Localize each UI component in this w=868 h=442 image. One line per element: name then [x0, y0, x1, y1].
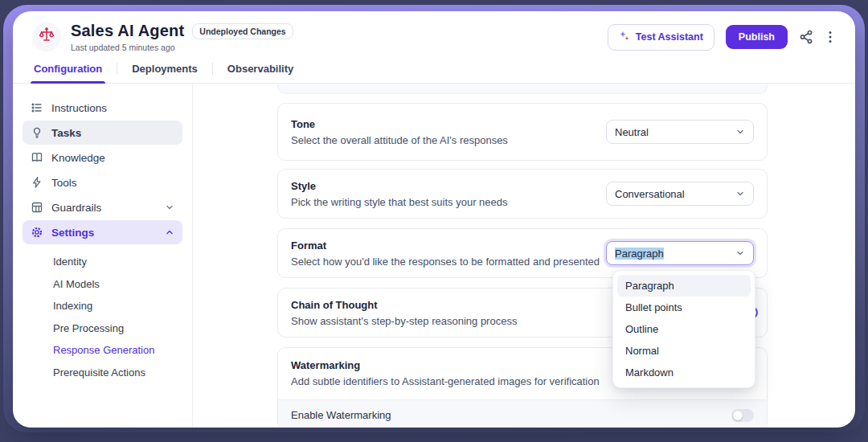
undeployed-changes-badge: Undeployed Changes [192, 23, 293, 39]
sidebar-item-instructions[interactable]: Instructions [23, 96, 182, 120]
sidebar: Instructions Tasks Kno [13, 84, 193, 428]
tab-deployments[interactable]: Deployments [130, 63, 199, 83]
settings-panel: Tone Select the overall attitude of the … [193, 84, 855, 428]
tab-observability[interactable]: Observability [226, 63, 295, 83]
dropdown-option-outline[interactable]: Outline [617, 318, 751, 340]
sidebar-item-knowledge[interactable]: Knowledge [23, 145, 182, 170]
tab-divider [212, 63, 213, 75]
sidebar-item-label: Guardrails [51, 202, 101, 214]
enable-watermarking-toggle[interactable] [731, 409, 754, 422]
sidebar-item-label: Instructions [51, 102, 107, 114]
sidebar-item-guardrails[interactable]: Guardrails [23, 195, 182, 219]
sidebar-subitem-ai-models[interactable]: AI Models [23, 273, 182, 296]
sidebar-subitem-identity[interactable]: Identity [23, 251, 182, 273]
format-dropdown-menu: Paragraph Bullet points Outline Normal M… [612, 270, 755, 388]
style-desc: Pick the writing style that best suits y… [291, 196, 508, 208]
page-title: Sales AI Agent [71, 22, 184, 40]
test-assistant-button[interactable]: Test Assistant [608, 24, 714, 51]
format-select[interactable]: Paragraph [606, 241, 754, 265]
partial-card-top [277, 84, 768, 94]
style-title: Style [291, 180, 508, 192]
dropdown-option-paragraph[interactable]: Paragraph [617, 275, 751, 297]
tone-select[interactable]: Neutral [606, 120, 754, 144]
gear-icon [31, 226, 43, 239]
sparkles-icon [619, 31, 630, 44]
chevron-down-icon [735, 127, 745, 137]
tab-bar: Configuration Deployments Observability [32, 63, 836, 83]
publish-button[interactable]: Publish [726, 25, 788, 49]
sidebar-item-label: Tasks [51, 127, 81, 139]
test-assistant-label: Test Assistant [636, 31, 703, 43]
dropdown-option-normal[interactable]: Normal [617, 340, 751, 362]
chain-of-thought-desc: Show assistant's step-by-step reasoning … [291, 315, 517, 327]
sidebar-subitem-pre-processing[interactable]: Pre Processing [23, 317, 182, 340]
sidebar-subitem-indexing[interactable]: Indexing [23, 295, 182, 317]
tone-desc: Select the overall attitude of the AI's … [291, 134, 508, 146]
sidebar-item-tasks[interactable]: Tasks [23, 121, 182, 145]
dropdown-option-bullet-points[interactable]: Bullet points [617, 297, 751, 318]
app-window: Sales AI Agent Undeployed Changes Last u… [13, 11, 855, 428]
sidebar-subitem-response-generation[interactable]: Response Generation [23, 339, 182, 362]
enable-watermarking-label: Enable Watermarking [291, 409, 391, 421]
format-title: Format [291, 239, 600, 252]
bulb-icon [31, 126, 43, 139]
sidebar-item-label: Tools [51, 177, 77, 189]
chevron-up-icon [165, 227, 174, 237]
tone-title: Tone [291, 118, 508, 130]
header: Sales AI Agent Undeployed Changes Last u… [13, 11, 855, 84]
sidebar-item-tools[interactable]: Tools [23, 170, 182, 194]
sidebar-subitem-prerequisite-actions[interactable]: Prerequisite Actions [23, 362, 182, 384]
chevron-down-icon [735, 189, 745, 198]
tab-divider [117, 63, 117, 75]
chain-of-thought-title: Chain of Thought [291, 299, 517, 311]
grid-icon [31, 201, 43, 214]
bolt-icon [31, 176, 43, 189]
chevron-down-icon [165, 203, 174, 212]
tone-card: Tone Select the overall attitude of the … [277, 103, 768, 161]
format-select-value: Paragraph [615, 248, 664, 260]
sidebar-item-settings[interactable]: Settings [23, 220, 182, 244]
book-icon [31, 151, 43, 164]
last-updated-text: Last updated 5 minutes ago [71, 43, 293, 52]
tab-configuration[interactable]: Configuration [32, 63, 104, 83]
sidebar-item-label: Knowledge [51, 152, 105, 164]
list-icon [31, 101, 43, 114]
sidebar-item-label: Settings [51, 227, 94, 239]
format-desc: Select how you'd like the responses to b… [291, 256, 600, 268]
style-card: Style Pick the writing style that best s… [277, 169, 768, 219]
style-select[interactable]: Conversational [606, 182, 754, 206]
enable-watermarking-row: Enable Watermarking [278, 399, 767, 428]
scales-icon [38, 27, 55, 47]
chevron-down-icon [735, 248, 745, 258]
app-logo [32, 23, 61, 51]
dropdown-option-markdown[interactable]: Markdown [617, 362, 751, 383]
kebab-menu-icon[interactable] [825, 30, 836, 44]
share-icon[interactable] [799, 30, 813, 44]
